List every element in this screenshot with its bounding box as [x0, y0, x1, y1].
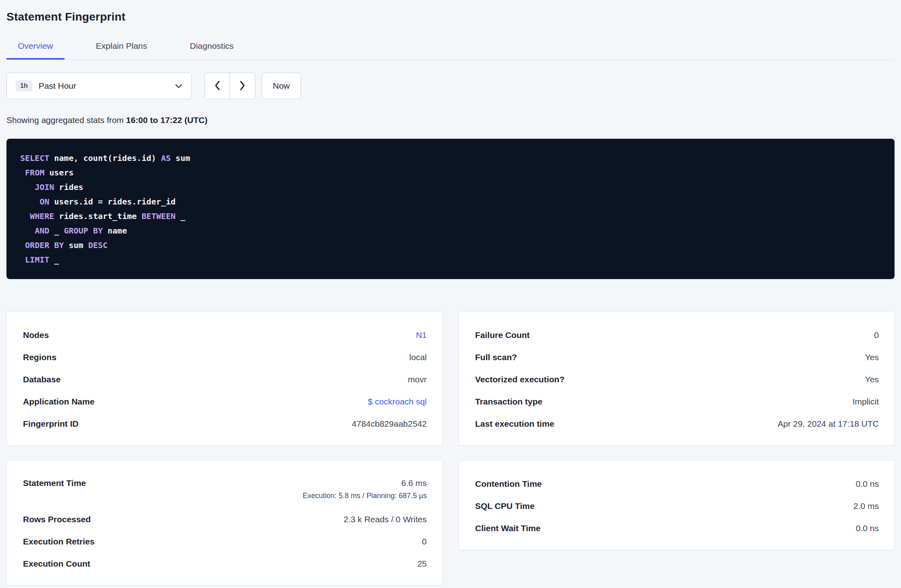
- stat-label: Database: [23, 375, 60, 384]
- stat-value: 0: [422, 537, 427, 546]
- time-range-badge: 1h: [16, 80, 32, 92]
- stat-value: 4784cb829aab2542: [352, 419, 427, 429]
- stat-value: 6.6 ms: [401, 478, 427, 488]
- now-button[interactable]: Now: [262, 73, 301, 99]
- sql-line: WHERE rides.start_time BETWEEN _: [20, 209, 881, 223]
- time-controls: 1h Past Hour Now: [6, 73, 895, 99]
- statement-details-card: NodesN1RegionslocalDatabasemovrApplicati…: [6, 311, 442, 446]
- tab-bar: OverviewExplain PlansDiagnostics: [6, 35, 895, 60]
- stat-value: 0.0 ns: [856, 523, 879, 533]
- stat-label: Fingerprint ID: [23, 419, 79, 429]
- stat-row: Last execution timeApr 29, 2024 at 17:18…: [475, 413, 879, 435]
- sql-line: SELECT name, count(rides.id) AS sum: [20, 151, 881, 165]
- execution-details-card: Failure Count0Full scan?YesVectorized ex…: [459, 311, 895, 446]
- stat-row: Transaction typeImplicit: [475, 390, 879, 413]
- sql-statement-box: SELECT name, count(rides.id) AS sum FROM…: [6, 139, 895, 279]
- stat-label: Contention Time: [475, 479, 542, 489]
- stat-value: Yes: [865, 352, 879, 362]
- chevron-right-icon: [239, 80, 246, 92]
- tab-overview[interactable]: Overview: [6, 35, 65, 60]
- stat-value: 2.3 k Reads / 0 Writes: [344, 515, 427, 524]
- stat-row: Databasemovr: [23, 368, 427, 390]
- statement-time-card: Statement Time6.6 msExecution: 5.8 ms / …: [6, 460, 442, 586]
- stat-label: Transaction type: [475, 397, 542, 407]
- stat-row: Application Name$ cockroach sql: [23, 390, 427, 413]
- stat-label: Nodes: [23, 330, 49, 340]
- stat-label: Regions: [23, 352, 56, 362]
- stat-label: Execution Retries: [23, 537, 94, 546]
- aggregated-stats-note: Showing aggregated stats from 16:00 to 1…: [6, 115, 895, 125]
- stat-label: Vectorized execution?: [475, 375, 565, 384]
- stat-label: Client Wait Time: [475, 523, 540, 533]
- stat-label: Statement Time: [23, 478, 86, 488]
- stat-row: NodesN1: [23, 324, 427, 346]
- stat-value: movr: [408, 375, 427, 384]
- sql-line: FROM users: [20, 165, 881, 180]
- stat-row: Full scan?Yes: [475, 346, 879, 368]
- stat-row: SQL CPU Time2.0 ms: [475, 495, 879, 517]
- sql-line: LIMIT _: [20, 252, 881, 267]
- stat-value: 25: [417, 559, 427, 569]
- stat-value: 0: [874, 330, 879, 340]
- stats-note-range: 16:00 to 17:22 (UTC): [126, 115, 208, 125]
- stat-value: 0.0 ns: [856, 479, 879, 489]
- statement-fingerprint-page: Statement Fingerprint OverviewExplain Pl…: [0, 0, 901, 586]
- stat-row: Regionslocal: [23, 346, 427, 368]
- page-title: Statement Fingerprint: [6, 10, 895, 23]
- stat-label: Execution Count: [23, 559, 90, 569]
- stat-label: SQL CPU Time: [475, 501, 534, 511]
- stat-value-link[interactable]: $ cockroach sql: [368, 397, 427, 407]
- stat-value-link[interactable]: N1: [416, 330, 427, 340]
- stat-label: Rows Processed: [23, 515, 91, 524]
- prev-range-button[interactable]: [205, 73, 230, 99]
- stat-row: Vectorized execution?Yes: [475, 368, 879, 390]
- chevron-down-icon: [175, 84, 182, 88]
- summary-cards: NodesN1RegionslocalDatabasemovrApplicati…: [6, 311, 895, 586]
- sql-line: ORDER BY sum DESC: [20, 238, 881, 252]
- tab-explain-plans[interactable]: Explain Plans: [85, 35, 159, 60]
- chevron-left-icon: [214, 80, 221, 92]
- stat-value: local: [409, 352, 427, 362]
- stat-label: Full scan?: [475, 352, 517, 362]
- stat-subvalue: Execution: 5.8 ms / Planning: 687.5 µs: [302, 492, 427, 500]
- stat-value: 6.6 msExecution: 5.8 ms / Planning: 687.…: [302, 478, 427, 500]
- stat-value: Yes: [865, 375, 879, 384]
- stat-row: Rows Processed2.3 k Reads / 0 Writes: [23, 508, 427, 530]
- stat-value: Apr 29, 2024 at 17:18 UTC: [778, 419, 879, 429]
- sql-code: SELECT name, count(rides.id) AS sum FROM…: [20, 151, 881, 267]
- stat-row: Contention Time0.0 ns: [475, 473, 879, 495]
- sql-line: JOIN rides: [20, 180, 881, 194]
- time-range-arrows: [204, 73, 255, 99]
- stat-row: Execution Count25: [23, 553, 427, 575]
- stat-value: Implicit: [853, 397, 879, 407]
- stat-label: Application Name: [23, 397, 94, 407]
- stats-note-prefix: Showing aggregated stats from: [6, 115, 126, 125]
- wait-time-card: Contention Time0.0 nsSQL CPU Time2.0 msC…: [459, 460, 895, 550]
- time-range-select[interactable]: 1h Past Hour: [6, 73, 192, 99]
- stat-label: Last execution time: [475, 419, 554, 429]
- next-range-button[interactable]: [230, 73, 255, 99]
- stat-label: Failure Count: [475, 330, 530, 340]
- stat-row: Fingerprint ID4784cb829aab2542: [23, 413, 427, 435]
- time-range-label: Past Hour: [39, 81, 76, 91]
- stat-row: Statement Time6.6 msExecution: 5.8 ms / …: [23, 473, 427, 508]
- sql-line: AND _ GROUP BY name: [20, 223, 881, 238]
- sql-line: ON users.id = rides.rider_id: [20, 194, 881, 209]
- stat-row: Failure Count0: [475, 324, 879, 346]
- tab-diagnostics[interactable]: Diagnostics: [179, 35, 245, 60]
- stat-row: Client Wait Time0.0 ns: [475, 517, 879, 539]
- stat-row: Execution Retries0: [23, 530, 427, 553]
- stat-value: 2.0 ms: [853, 501, 879, 511]
